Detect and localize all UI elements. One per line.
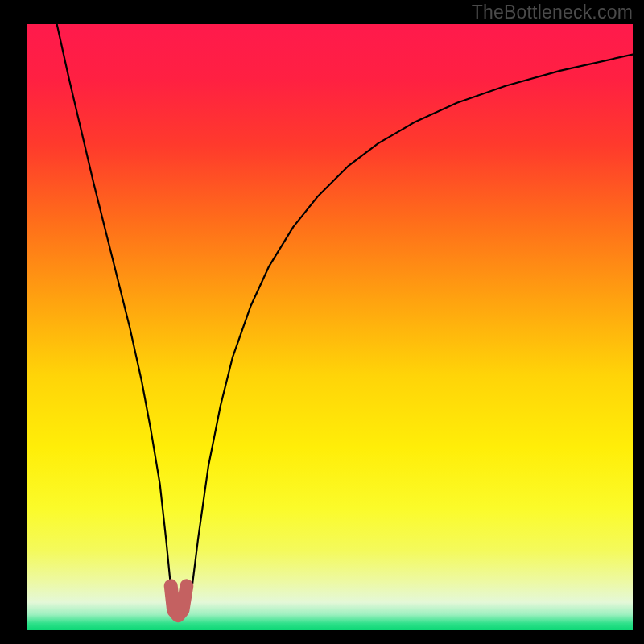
bottleneck-curve — [57, 24, 633, 616]
plot-area — [27, 24, 633, 630]
chart-frame: TheBottleneck.com — [0, 0, 644, 644]
min-marker — [171, 586, 187, 616]
chart-svg — [27, 24, 633, 630]
watermark-text: TheBottleneck.com — [472, 2, 633, 23]
